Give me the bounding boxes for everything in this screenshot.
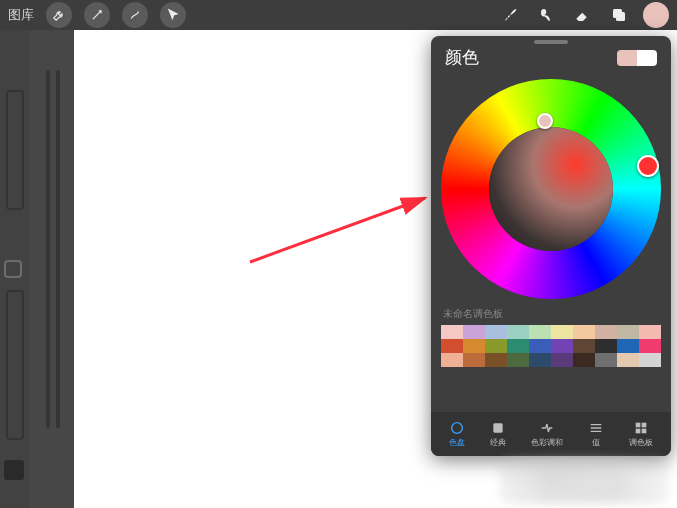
svg-point-3 [452,423,463,434]
popover-tab-label: 色盘 [449,437,465,448]
swatch[interactable] [551,353,573,367]
popover-tab-1[interactable]: 经典 [490,420,506,448]
popover-tab-2[interactable]: 色彩调和 [531,420,563,448]
popover-drag-handle[interactable] [534,40,568,44]
eraser-icon[interactable] [571,3,595,27]
side-square-mid[interactable] [4,260,22,278]
popover-title: 颜色 [445,46,609,69]
brush-icon[interactable] [499,3,523,27]
svg-rect-6 [641,423,646,428]
popover-tab-label: 值 [592,437,600,448]
swatch[interactable] [573,339,595,353]
swatch[interactable] [573,325,595,339]
popover-tabbar: 色盘经典色彩调和值调色板 [431,412,671,456]
swatch[interactable] [617,325,639,339]
swatch[interactable] [573,353,595,367]
swatch[interactable] [485,339,507,353]
swatch[interactable] [551,325,573,339]
popover-tab-0[interactable]: 色盘 [449,420,465,448]
side-square-bottom[interactable] [4,460,24,480]
swatch[interactable] [529,339,551,353]
layers-icon[interactable] [607,3,631,27]
svg-rect-4 [494,423,503,432]
svg-rect-5 [635,423,640,428]
swatch[interactable] [595,339,617,353]
smudge-icon[interactable] [535,3,559,27]
popover-tab-label: 调色板 [629,437,653,448]
side-ruler [30,30,74,508]
swatch[interactable] [507,353,529,367]
swatch[interactable] [595,325,617,339]
library-button[interactable]: 图库 [8,6,34,24]
color-popover: 颜色 未命名调色板 色盘经典色彩调和值调色板 [431,36,671,456]
swatch[interactable] [441,353,463,367]
svg-rect-7 [635,429,640,434]
swatch[interactable] [639,353,661,367]
popover-tab-label: 经典 [490,437,506,448]
side-slider-bottom[interactable] [6,290,24,440]
popover-tab-3[interactable]: 值 [588,420,604,448]
swatch[interactable] [617,339,639,353]
popover-tab-4[interactable]: 调色板 [629,420,653,448]
history-label: 未命名调色板 [431,305,671,323]
swatch[interactable] [441,325,463,339]
swatch[interactable] [617,353,639,367]
hue-thumb[interactable] [637,155,659,177]
swatch[interactable] [485,325,507,339]
sv-disc[interactable] [489,127,613,251]
side-slider-top[interactable] [6,90,24,210]
wrench-icon[interactable] [46,2,72,28]
brush-opacity-slider[interactable] [56,70,60,428]
brush-size-slider[interactable] [46,70,50,428]
swatch[interactable] [507,325,529,339]
swatch[interactable] [485,353,507,367]
sv-thumb[interactable] [537,113,553,129]
swatch[interactable] [529,353,551,367]
left-edge-panel [0,30,30,508]
swatch[interactable] [463,325,485,339]
swatch[interactable] [639,325,661,339]
svg-rect-8 [641,429,646,434]
swatch[interactable] [551,339,573,353]
popover-tab-label: 色彩调和 [531,437,563,448]
swatch[interactable] [639,339,661,353]
color-compare-swatch[interactable] [617,50,657,66]
s-curve-icon[interactable] [122,2,148,28]
swatch[interactable] [463,339,485,353]
swatch[interactable] [529,325,551,339]
wand-icon[interactable] [84,2,110,28]
watermark-smudge [499,458,669,504]
swatch[interactable] [507,339,529,353]
active-color-button[interactable] [643,2,669,28]
swatch[interactable] [595,353,617,367]
pointer-icon[interactable] [160,2,186,28]
swatch[interactable] [441,339,463,353]
color-wheel[interactable] [441,79,661,299]
swatch[interactable] [463,353,485,367]
swatch-grid[interactable] [441,325,661,367]
svg-rect-1 [616,12,625,21]
